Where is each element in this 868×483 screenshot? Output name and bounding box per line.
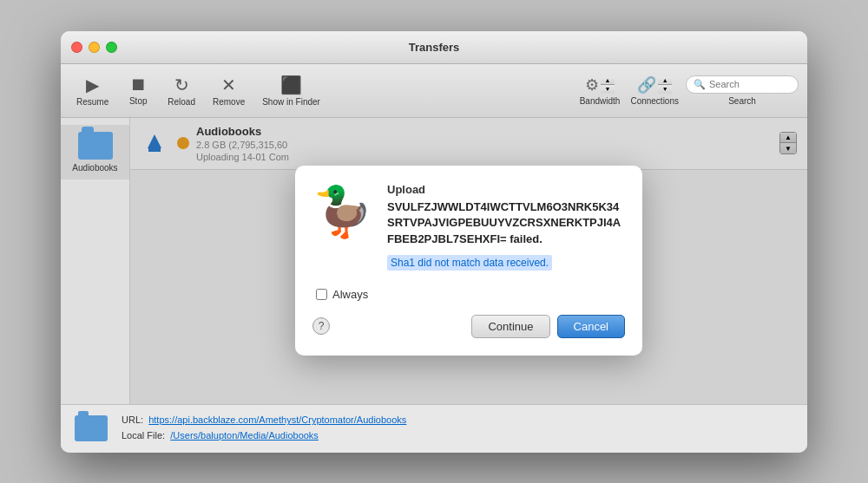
connections-icon: 🔗	[637, 75, 656, 95]
modal-hash: SVULFZJWWLDT4IWCTTVLM6O3NRK5K34SRTVPAJVI…	[387, 199, 625, 247]
body: Audiobooks Audiobooks 2.8 GB (2,795,315,…	[61, 118, 807, 404]
stop-button[interactable]: ⏹ Stop	[119, 71, 157, 109]
connections-stepper[interactable]: ▲ ▼	[658, 76, 672, 94]
stepper-up[interactable]: ▲	[601, 76, 615, 85]
stepper-down[interactable]: ▼	[601, 85, 615, 94]
stepper-down[interactable]: ▼	[658, 85, 672, 94]
sidebar-item-audiobooks[interactable]: Audiobooks	[61, 125, 129, 179]
title-bar: Transfers	[61, 31, 807, 64]
continue-button[interactable]: Continue	[471, 315, 549, 338]
cancel-button[interactable]: Cancel	[557, 315, 625, 338]
status-info: URL: https://api.backblaze.com/Amethyst/…	[122, 413, 406, 443]
reload-label: Reload	[168, 97, 195, 107]
finder-icon: ⬛	[280, 75, 302, 95]
main-content: Audiobooks 2.8 GB (2,795,315,60 Uploadin…	[130, 118, 807, 404]
reload-button[interactable]: ↻ Reload	[161, 71, 202, 110]
remove-button[interactable]: ✕ Remove	[206, 71, 252, 110]
toolbar: ▶ Resume ⏹ Stop ↻ Reload ✕ Remove ⬛ Show…	[61, 64, 807, 118]
always-checkbox[interactable]	[316, 289, 327, 300]
stop-label: Stop	[129, 96, 148, 106]
bandwidth-group: ⚙ ▲ ▼ Bandwidth	[580, 75, 621, 106]
connections-label: Connections	[630, 96, 679, 106]
minimize-button[interactable]	[89, 42, 100, 53]
stop-icon: ⏹	[129, 75, 147, 95]
maximize-button[interactable]	[106, 42, 117, 53]
url-link[interactable]: https://api.backblaze.com/Amethyst/Crypt…	[148, 414, 406, 425]
show-in-finder-label: Show in Finder	[262, 97, 320, 107]
close-button[interactable]	[71, 42, 82, 53]
error-modal: 🦆 Upload SVULFZJWWLDT4IWCTTVLM6O3NRK5K34…	[295, 166, 642, 356]
local-link[interactable]: /Users/balupton/Media/Audiobooks	[170, 430, 319, 441]
connections-group: 🔗 ▲ ▼ Connections	[630, 75, 679, 106]
modal-error-text: Sha1 did not match data received.	[387, 255, 552, 271]
search-box[interactable]: 🔍	[686, 75, 799, 94]
show-in-finder-button[interactable]: ⬛ Show in Finder	[255, 71, 327, 110]
bandwidth-label: Bandwidth	[580, 96, 621, 106]
modal-body: 🦆 Upload SVULFZJWWLDT4IWCTTVLM6O3NRK5K34…	[312, 183, 625, 274]
sidebar: Audiobooks	[61, 118, 130, 404]
modal-footer: ? Continue Cancel	[312, 315, 625, 338]
local-label: Local File:	[122, 430, 165, 441]
modal-title: Upload	[387, 183, 625, 196]
stepper-up[interactable]: ▲	[658, 76, 672, 85]
url-row: URL: https://api.backblaze.com/Amethyst/…	[122, 413, 406, 428]
status-folder-icon	[75, 415, 108, 441]
bandwidth-icon: ⚙	[585, 75, 599, 95]
transfers-window: Transfers ▶ Resume ⏹ Stop ↻ Reload ✕ Rem…	[61, 31, 807, 453]
folder-icon	[78, 132, 113, 160]
duck-icon: 🦆	[312, 183, 373, 274]
modal-checkbox-row: Always	[312, 288, 625, 301]
sidebar-item-label: Audiobooks	[72, 163, 117, 173]
search-label: Search	[728, 96, 756, 106]
window-title: Transfers	[409, 41, 460, 54]
remove-label: Remove	[213, 97, 245, 107]
play-icon: ▶	[86, 75, 99, 95]
help-button[interactable]: ?	[312, 317, 330, 335]
modal-buttons: Continue Cancel	[471, 315, 625, 338]
resume-button[interactable]: ▶ Resume	[69, 71, 115, 110]
modal-overlay: 🦆 Upload SVULFZJWWLDT4IWCTTVLM6O3NRK5K34…	[130, 118, 807, 404]
url-label: URL:	[122, 414, 143, 425]
search-icon: 🔍	[694, 79, 706, 90]
local-row: Local File: /Users/balupton/Media/Audiob…	[122, 428, 406, 444]
resume-label: Resume	[76, 97, 108, 107]
search-input[interactable]	[709, 79, 791, 89]
reload-icon: ↻	[174, 75, 189, 95]
remove-icon: ✕	[221, 75, 236, 95]
always-label: Always	[332, 288, 368, 301]
search-container: 🔍 Search	[686, 75, 799, 106]
status-bar: URL: https://api.backblaze.com/Amethyst/…	[61, 404, 807, 453]
bandwidth-stepper[interactable]: ▲ ▼	[601, 76, 615, 94]
traffic-lights	[71, 42, 117, 53]
modal-text: Upload SVULFZJWWLDT4IWCTTVLM6O3NRK5K34SR…	[387, 183, 625, 274]
